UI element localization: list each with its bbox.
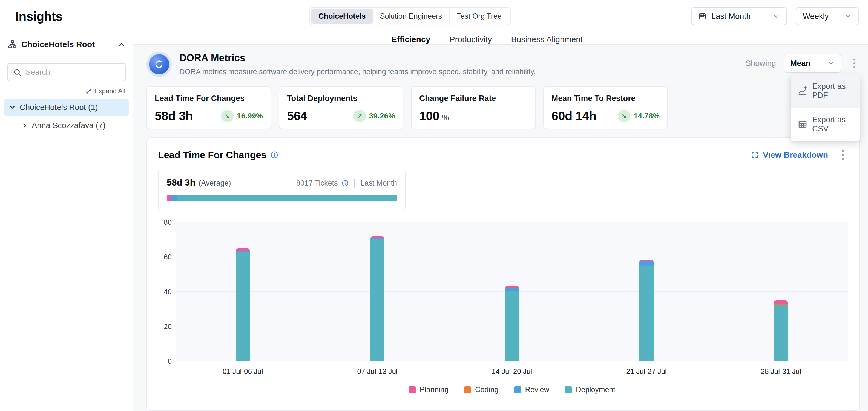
- tree-item-label: ChoiceHotels Root (1): [20, 103, 98, 112]
- chevron-right-icon[interactable]: [21, 122, 28, 129]
- dora-header: DORA Metrics DORA metrics measure softwa…: [147, 52, 860, 77]
- stacked-bar: [774, 301, 788, 361]
- chart-plot: [176, 222, 848, 361]
- legend-label: Review: [525, 385, 550, 394]
- bar-segment-planning: [236, 248, 250, 251]
- showing-label: Showing: [746, 59, 776, 68]
- summary-value: 58d 3h: [167, 177, 195, 188]
- bar-segment-deployment: [236, 252, 250, 361]
- chevron-down-icon: [828, 60, 835, 67]
- bars-layer: [176, 222, 848, 361]
- bar-segment-deployment: [639, 266, 654, 361]
- phase-segment-deployment: [177, 195, 397, 201]
- legend-item-review[interactable]: Review: [514, 385, 550, 394]
- bar-segment-deployment: [505, 290, 519, 361]
- legend-swatch: [514, 386, 521, 393]
- sidebar-header[interactable]: ChoiceHotels Root: [0, 33, 133, 56]
- x-tick-label: 28 Jul-31 Jul: [714, 367, 848, 376]
- bar-segment-deployment: [774, 305, 788, 361]
- search-input[interactable]: [26, 68, 120, 77]
- expand-all-button[interactable]: Expand All: [0, 87, 125, 95]
- chart-legend: PlanningCodingReviewDeployment: [176, 385, 848, 394]
- search-icon: [13, 68, 21, 76]
- card-lead-time-for-changes: Lead Time For Changes 58d 3h ↘ 16.99%: [147, 86, 271, 129]
- legend-item-coding[interactable]: Coding: [464, 385, 499, 394]
- content-area: DORA Metrics DORA metrics measure softwa…: [133, 45, 868, 411]
- showing-value: Mean: [790, 59, 828, 68]
- bar-segment-review: [505, 288, 519, 290]
- card-unit: %: [442, 113, 449, 123]
- tree-item-label: Anna Scozzafava (7): [32, 121, 105, 130]
- dora-kebab-menu-icon[interactable]: [849, 56, 860, 71]
- bar-segment-review: [639, 261, 654, 266]
- export-pdf-label: Export as PDF: [812, 82, 852, 100]
- gridline: [176, 222, 848, 222]
- table-icon: [798, 119, 807, 129]
- cycle-icon: [149, 54, 169, 74]
- tree-item-anna-scozzafava[interactable]: Anna Scozzafava (7): [17, 117, 129, 134]
- bar-group: [579, 222, 714, 361]
- card-value: 60d 14h: [552, 109, 596, 123]
- info-icon[interactable]: [341, 179, 349, 187]
- expand-all-icon: [86, 88, 92, 94]
- y-tick-label: 20: [164, 322, 172, 331]
- chart-line-icon: [798, 86, 807, 96]
- period-dropdown[interactable]: Last Month: [691, 7, 787, 25]
- ltc-summary-card: 58d 3h (Average) 8017 Tickets Last Month: [158, 170, 406, 210]
- phase-segment-planning: [167, 195, 171, 201]
- export-pdf-item[interactable]: Export as PDF: [791, 74, 860, 107]
- chart-kebab-menu-icon[interactable]: [837, 147, 848, 163]
- lead-time-chart-card: Lead Time For Changes: [147, 137, 860, 411]
- expand-corners-icon: [751, 151, 759, 159]
- legend-item-deployment[interactable]: Deployment: [565, 385, 615, 394]
- lead-time-bar-chart: 020406080 01 Jul-06 Jul07 Jul-13 Jul14 J…: [158, 222, 848, 394]
- chevron-down-icon[interactable]: [9, 104, 16, 111]
- chevron-up-icon[interactable]: [118, 40, 125, 48]
- legend-item-planning[interactable]: Planning: [408, 385, 448, 394]
- divider: [354, 179, 355, 188]
- export-menu: Export as PDF Export as CSV: [791, 74, 860, 141]
- stacked-bar: [236, 248, 250, 361]
- dora-title: DORA Metrics: [179, 52, 536, 64]
- x-tick-label: 07 Jul-13 Jul: [310, 367, 444, 376]
- stacked-bar: [505, 286, 519, 361]
- showing-dropdown[interactable]: Mean: [784, 54, 841, 72]
- export-csv-item[interactable]: Export as CSV: [791, 107, 860, 141]
- delta-badge: ↘ 16.99%: [221, 110, 263, 122]
- trend-up-icon: ↗: [353, 110, 366, 122]
- tree-item-choicehotels-root[interactable]: ChoiceHotels Root (1): [4, 99, 129, 116]
- org-tab-choicehotels[interactable]: ChoiceHotels: [311, 9, 373, 24]
- legend-swatch: [464, 386, 471, 393]
- export-csv-label: Export as CSV: [812, 115, 852, 133]
- granularity-dropdown[interactable]: Weekly: [796, 7, 859, 25]
- bar-group: [714, 222, 848, 361]
- dora-icon-ring: [147, 52, 172, 77]
- y-tick-label: 80: [164, 218, 172, 226]
- legend-label: Planning: [420, 385, 448, 394]
- tickets-count: 8017 Tickets: [296, 179, 338, 187]
- trend-down-icon: ↘: [221, 110, 234, 122]
- org-tree: ChoiceHotels Root (1) Anna Scozzafava (7…: [0, 99, 133, 134]
- y-tick-label: 60: [164, 252, 172, 261]
- view-tabs: Efficiency Productivity Business Alignme…: [133, 33, 868, 45]
- summary-qualifier: (Average): [199, 179, 231, 187]
- bar-segment-planning: [774, 301, 788, 304]
- y-tick-label: 40: [164, 287, 172, 296]
- delta-value: 39.26%: [369, 112, 395, 121]
- phase-distribution-bar: [167, 195, 397, 201]
- delta-value: 14.78%: [633, 112, 660, 121]
- delta-badge: ↗ 39.26%: [353, 110, 395, 122]
- top-controls: Last Month Weekly: [691, 7, 859, 25]
- view-breakdown-button[interactable]: View Breakdown: [751, 150, 828, 160]
- bar-segment-deployment: [370, 239, 384, 361]
- bar-group: [310, 222, 444, 361]
- legend-swatch: [408, 386, 416, 393]
- chevron-down-icon: [844, 12, 851, 20]
- org-tab-solution-engineers[interactable]: Solution Engineers: [373, 9, 450, 24]
- info-icon[interactable]: [270, 151, 278, 159]
- org-tree-icon: [8, 40, 17, 49]
- card-title: Lead Time For Changes: [155, 94, 263, 103]
- legend-label: Deployment: [576, 385, 615, 394]
- org-tab-test-org-tree[interactable]: Test Org Tree: [449, 9, 509, 24]
- sidebar-search: [7, 63, 126, 81]
